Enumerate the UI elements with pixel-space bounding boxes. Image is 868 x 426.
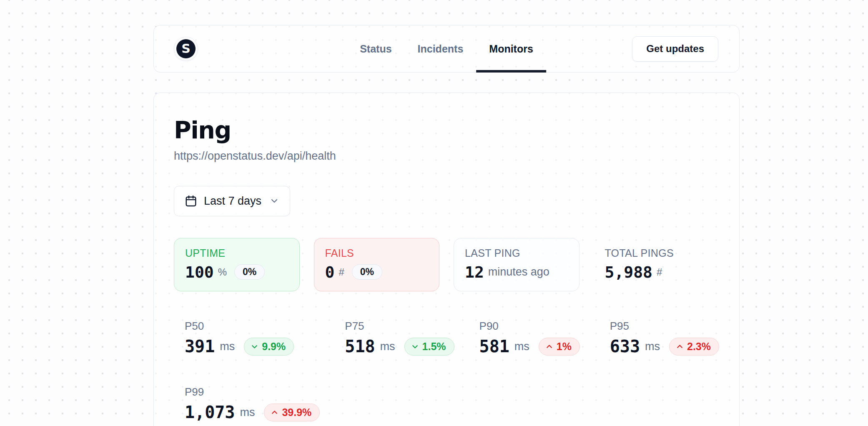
header-nav: Status Incidents Monitors <box>347 25 546 72</box>
percentile-unit: ms <box>645 340 660 353</box>
chevron-down-icon <box>269 196 279 206</box>
percentile-label: P50 <box>185 320 320 333</box>
stat-change-badge: 0% <box>234 264 265 280</box>
chevron-up-icon <box>545 342 554 351</box>
stat-unit: % <box>218 266 227 278</box>
trend-badge: 9.9% <box>244 338 294 356</box>
percentile-unit: ms <box>380 340 395 353</box>
percentile-value: 1,073 <box>185 404 235 421</box>
stat-card-last-ping: LAST PING 12 minutes ago <box>454 238 580 291</box>
trend-badge: 2.3% <box>669 338 719 356</box>
trend-badge: 1.5% <box>404 338 454 356</box>
percentile-label: P75 <box>345 320 454 333</box>
stat-value: 100 <box>185 264 214 280</box>
stat-card-fails: FAILS 0 # 0% <box>314 238 440 291</box>
trend-badge: 39.9% <box>264 403 320 421</box>
stats-grid: UPTIME 100 % 0% FAILS 0 # 0% LAST PING 1… <box>174 238 719 291</box>
percentile-label: P95 <box>610 320 719 333</box>
percentile-label: P99 <box>185 386 320 398</box>
chevron-up-icon <box>675 342 684 351</box>
stat-unit: minutes ago <box>488 266 549 278</box>
stat-card-uptime: UPTIME 100 % 0% <box>174 238 300 291</box>
stat-label: UPTIME <box>185 247 288 259</box>
stat-unit: # <box>657 266 662 278</box>
percentile-p50: P50 391 ms 9.9% <box>174 320 320 356</box>
percentile-value: 633 <box>610 338 640 355</box>
trend-badge: 1% <box>539 338 580 356</box>
percentile-unit: ms <box>514 340 529 353</box>
tab-status[interactable]: Status <box>347 25 404 72</box>
stat-change-badge: 0% <box>352 264 382 280</box>
chevron-down-icon <box>250 342 259 351</box>
stat-label: TOTAL PINGS <box>605 247 708 259</box>
monitor-title: Ping <box>174 118 719 143</box>
date-range-label: Last 7 days <box>204 195 261 208</box>
percentile-unit: ms <box>240 406 255 419</box>
percentile-label: P90 <box>479 320 585 333</box>
stat-value: 0 <box>325 264 335 280</box>
percentile-p75: P75 518 ms 1.5% <box>334 320 454 356</box>
tab-monitors[interactable]: Monitors <box>476 25 546 72</box>
openstatus-logo[interactable]: S <box>174 37 198 61</box>
tab-incidents[interactable]: Incidents <box>405 25 477 72</box>
logo-letter-icon: S <box>176 39 196 58</box>
percentile-value: 581 <box>479 338 509 355</box>
percentile-p90: P90 581 ms 1% <box>469 320 585 356</box>
stat-unit: # <box>339 266 344 278</box>
percentile-p99: P99 1,073 ms 39.9% <box>174 386 320 421</box>
monitor-detail-card: Ping https://openstatus.dev/api/health L… <box>153 93 740 426</box>
stat-card-total-pings: TOTAL PINGS 5,988 # <box>594 238 720 291</box>
stat-value: 5,988 <box>605 264 652 280</box>
stat-value: 12 <box>465 264 484 280</box>
date-range-picker[interactable]: Last 7 days <box>174 186 290 216</box>
percentile-value: 518 <box>345 338 375 355</box>
stat-label: FAILS <box>325 247 429 259</box>
percentile-unit: ms <box>220 340 235 353</box>
stat-label: LAST PING <box>465 247 568 259</box>
percentiles-grid: P50 391 ms 9.9% P75 518 ms 1.5% <box>174 320 719 421</box>
monitor-url: https://openstatus.dev/api/health <box>174 150 719 163</box>
get-updates-button[interactable]: Get updates <box>632 36 718 62</box>
percentile-value: 391 <box>185 338 215 355</box>
percentile-p95: P95 633 ms 2.3% <box>599 320 719 356</box>
chevron-down-icon <box>411 342 419 351</box>
chevron-up-icon <box>270 408 279 417</box>
calendar-icon <box>185 195 197 207</box>
status-page-header: S Status Incidents Monitors Get updates <box>153 25 740 73</box>
